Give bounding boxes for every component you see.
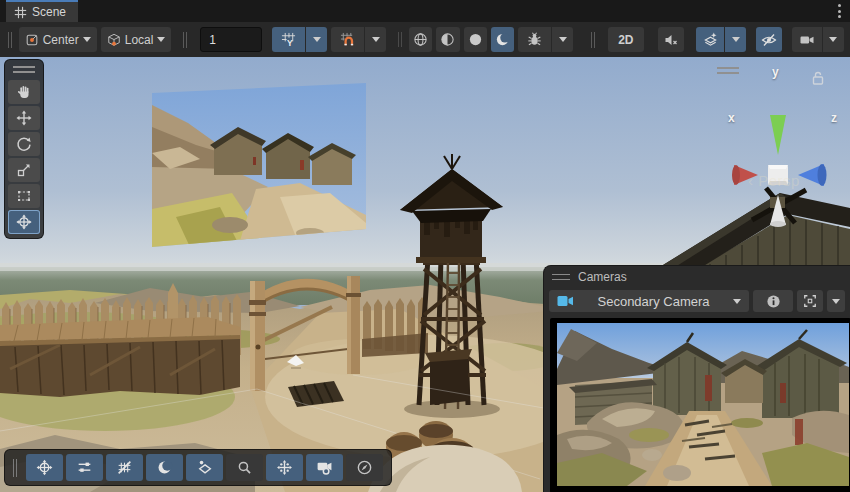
tab-bar: Scene bbox=[0, 0, 850, 22]
snap-move-button[interactable] bbox=[266, 454, 303, 481]
scene-visibility-button[interactable] bbox=[756, 27, 782, 52]
debug-draw-button[interactable] bbox=[518, 27, 551, 52]
scene-effects-dropdown[interactable] bbox=[725, 27, 746, 52]
axis-x-label[interactable]: x bbox=[728, 111, 735, 125]
chevron-down-icon bbox=[157, 37, 165, 42]
rotate-icon bbox=[16, 136, 32, 152]
bottom-toolbar-handle[interactable] bbox=[13, 459, 14, 477]
pivot-mode-dropdown[interactable]: Center bbox=[19, 27, 97, 52]
scene-effects-button[interactable] bbox=[696, 27, 724, 52]
camera-preview bbox=[550, 318, 850, 492]
tab-scene-label: Scene bbox=[32, 5, 66, 19]
mode-2d-label: 2D bbox=[618, 33, 633, 47]
grid-slash-icon bbox=[116, 459, 133, 476]
axis-z-label[interactable]: z bbox=[831, 111, 837, 125]
bottom-toolbar-overlay bbox=[4, 449, 392, 486]
camera-preview-render bbox=[557, 323, 849, 486]
tools-overlay-handle[interactable] bbox=[13, 66, 35, 73]
gizmo-overlay-handle[interactable] bbox=[717, 67, 739, 74]
move-tool-button[interactable] bbox=[8, 106, 40, 130]
filled-sphere-icon bbox=[468, 32, 483, 47]
chevron-down-icon bbox=[83, 37, 91, 42]
axis-y-label[interactable]: y bbox=[772, 65, 779, 79]
effects-layers-icon bbox=[703, 32, 718, 47]
cameras-panel-handle[interactable] bbox=[552, 274, 570, 280]
tab-scene[interactable]: Scene bbox=[6, 0, 78, 22]
cameras-panel-controls: Secondary Camera bbox=[544, 288, 850, 314]
navigation-compass-button[interactable] bbox=[346, 454, 383, 481]
scale-tool-button[interactable] bbox=[8, 158, 40, 182]
rect-tool-button[interactable] bbox=[8, 184, 40, 208]
chevron-down-icon bbox=[733, 299, 741, 304]
projection-mode-label[interactable]: ‹ Persp bbox=[748, 172, 800, 189]
grid-snapping-dropdown[interactable] bbox=[306, 27, 327, 52]
orientation-dropdown[interactable]: Local bbox=[101, 27, 172, 52]
snap-settings-button[interactable] bbox=[331, 27, 364, 52]
move-icon bbox=[16, 110, 32, 126]
orientation-mode-label: Local bbox=[125, 33, 154, 47]
scene-lighting-button[interactable] bbox=[491, 27, 514, 52]
cameras-panel-title: Cameras bbox=[578, 270, 627, 284]
snap-increment-input[interactable] bbox=[200, 27, 262, 52]
scene-lighting-toggle-button[interactable] bbox=[146, 454, 183, 481]
camera-select-dropdown[interactable]: Secondary Camera bbox=[549, 290, 749, 312]
camera-info-button[interactable] bbox=[753, 290, 793, 312]
grid-icon bbox=[14, 6, 27, 19]
pivot-mode-label: Center bbox=[43, 33, 79, 47]
tab-menu-icon[interactable] bbox=[828, 0, 850, 22]
camera-settings-button[interactable] bbox=[792, 27, 822, 52]
main-toolbar: Center Local bbox=[0, 22, 850, 57]
camera-options-dropdown[interactable] bbox=[827, 290, 845, 312]
snap-magnet-icon bbox=[340, 32, 355, 47]
wire-sphere-icon bbox=[413, 32, 428, 47]
cube-local-icon bbox=[107, 33, 121, 47]
info-icon bbox=[766, 294, 781, 309]
unity-scene-view: Scene Center bbox=[0, 0, 850, 492]
audio-muted-icon bbox=[663, 32, 679, 48]
moon-icon bbox=[495, 32, 510, 47]
toolbar-group-separator bbox=[398, 32, 399, 47]
shading-wireframe-button[interactable] bbox=[409, 27, 432, 52]
hand-icon bbox=[16, 84, 32, 100]
camera-frustum-preview bbox=[152, 83, 366, 247]
search-icon bbox=[236, 459, 253, 476]
transform-icon bbox=[16, 214, 32, 230]
cameras-panel-header[interactable]: Cameras bbox=[544, 266, 850, 288]
shading-shaded-wireframe-button[interactable] bbox=[436, 27, 459, 52]
transform-gizmo-button[interactable] bbox=[26, 454, 63, 481]
mode-2d-button[interactable]: 2D bbox=[608, 27, 643, 52]
cameras-overlay-toggle-button[interactable] bbox=[306, 454, 343, 481]
scene-viewport[interactable]: y x z ‹ Persp bbox=[0, 57, 850, 492]
transform-tool-button[interactable] bbox=[8, 210, 40, 234]
lock-icon[interactable] bbox=[812, 71, 824, 85]
transform-gizmo-icon bbox=[36, 459, 53, 476]
tool-settings-button[interactable] bbox=[66, 454, 103, 481]
audio-toggle-button[interactable] bbox=[658, 27, 685, 52]
sliders-icon bbox=[76, 459, 93, 476]
debug-draw-dropdown[interactable] bbox=[552, 27, 573, 52]
grid-snap-y-icon: Y bbox=[281, 32, 296, 47]
scale-icon bbox=[16, 162, 32, 178]
search-button[interactable] bbox=[226, 454, 263, 481]
view-tool-button[interactable] bbox=[8, 80, 40, 104]
toolbar-drag-handle[interactable] bbox=[8, 32, 9, 48]
moon-icon bbox=[156, 459, 173, 476]
eye-slash-icon bbox=[761, 32, 777, 48]
grid-visibility-button[interactable] bbox=[106, 454, 143, 481]
video-camera-icon bbox=[316, 459, 333, 476]
camera-settings-dropdown[interactable] bbox=[823, 27, 844, 52]
rotate-tool-button[interactable] bbox=[8, 132, 40, 156]
chevron-left-icon: ‹ bbox=[748, 172, 758, 189]
rect-icon bbox=[16, 188, 32, 204]
move-dots-icon bbox=[276, 459, 293, 476]
orientation-gizmo-overlay: y x z ‹ Persp bbox=[700, 59, 848, 194]
gizmos-diamond-icon bbox=[196, 459, 213, 476]
selected-camera-label: Secondary Camera bbox=[582, 294, 725, 309]
shading-shaded-button[interactable] bbox=[464, 27, 487, 52]
camera-maximize-button[interactable] bbox=[797, 290, 823, 312]
gizmos-toggle-button[interactable] bbox=[186, 454, 223, 481]
camera-cyan-icon bbox=[557, 294, 574, 308]
snap-settings-dropdown[interactable] bbox=[365, 27, 386, 52]
cameras-panel: Cameras Secondary Camera bbox=[543, 265, 850, 492]
grid-snapping-button[interactable]: Y bbox=[272, 27, 305, 52]
